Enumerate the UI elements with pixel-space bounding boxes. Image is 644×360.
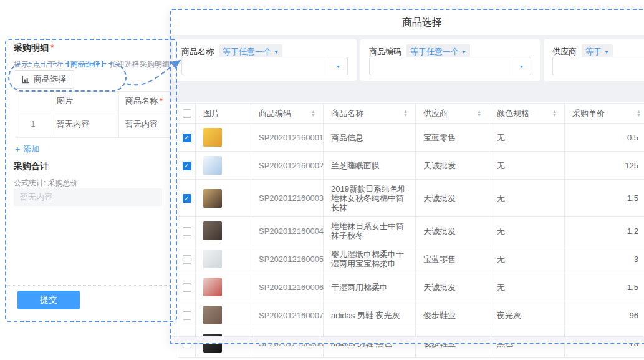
product-name-cell: 干湿两用棉柔巾 — [324, 273, 416, 301]
filter-value-input[interactable] — [552, 57, 644, 75]
filter-value-input[interactable]: ▼ — [369, 57, 531, 75]
product-image-cell — [196, 152, 251, 180]
sort-icon[interactable]: ▲▼ — [477, 110, 481, 117]
color-spec-cell: 无 — [489, 180, 565, 217]
product-image-cell — [196, 273, 251, 301]
modal-title: 商品选择 — [170, 16, 644, 29]
row-checkbox[interactable] — [183, 311, 191, 320]
column-header-label: 图片 — [203, 108, 219, 119]
filter-condition-text: 等于任意一个 — [223, 46, 271, 57]
product-image-cell — [196, 180, 251, 217]
bar-chart-icon — [22, 75, 30, 84]
column-header-spec: 颜色规格▲▼ — [489, 104, 565, 124]
product-code-cell: SP202012160001 — [251, 124, 324, 152]
row-checkbox[interactable] — [183, 255, 191, 264]
product-image — [203, 278, 222, 296]
sort-icon[interactable]: ▲▼ — [637, 110, 641, 117]
unit-price-cell: 1.5 — [565, 273, 644, 301]
row-checkbox[interactable]: ✓ — [183, 134, 191, 142]
supplier-cell: 宝蓝零售 — [416, 124, 489, 152]
input-dropdown-button[interactable]: ▼ — [329, 57, 347, 75]
row-select-cell: ✓ — [178, 180, 196, 217]
filter-label: 商品名称 — [181, 46, 214, 57]
plus-icon: + — [15, 145, 20, 153]
column-header-label: 供应商 — [423, 108, 448, 119]
sort-icon[interactable]: ▲▼ — [552, 110, 557, 117]
filter-card-supplier: 供应商 等于 ▼ — [544, 39, 644, 81]
add-row-button[interactable]: + 添加 — [15, 144, 39, 155]
column-header-name: 商品名称* — [119, 92, 176, 110]
column-header-label: 采购单价 — [572, 108, 605, 119]
row-checkbox[interactable]: ✓ — [183, 194, 191, 203]
product-select-button[interactable]: 商品选择 — [14, 70, 74, 89]
product-name-cell: 兰芝睡眠面膜 — [324, 152, 416, 180]
sort-desc-icon: ▼ — [403, 114, 408, 117]
row-index-cell: 1 — [16, 110, 50, 138]
unit-price-cell: 0.5 — [565, 124, 644, 152]
supplier-cell: 天诚批发 — [416, 273, 489, 301]
purchase-total-title: 采购合计 — [14, 161, 49, 172]
filter-card-product-code: 商品编码 等于任意一个 ▼ ▼ — [360, 39, 540, 81]
unit-price-cell: 1.5 — [565, 180, 644, 217]
caret-down-icon: ▼ — [519, 64, 524, 69]
product-name-cell: 2019新款日系纯色堆堆袜女秋冬纯棉中筒长袜 — [324, 180, 416, 217]
page: 采购明细* 提示: 点击下方【商品选择】 按钮选择采购明细商品 商品选择 图片 … — [0, 0, 644, 360]
sort-desc-icon: ▼ — [477, 114, 481, 117]
purchase-items-table: 图片 商品名称* 1 暂无内容 暂无内容 — [16, 91, 176, 138]
column-header-label: 颜色规格 — [497, 108, 529, 119]
unit-price-cell: 3 — [565, 245, 644, 273]
product-code-cell: SP202012160005 — [251, 245, 324, 273]
product-code-cell: SP202012160003 — [251, 180, 324, 217]
unit-price-cell: 125 — [565, 152, 644, 180]
product-image — [203, 306, 222, 324]
product-row: ✓SP202012160001商品信息宝蓝零售无0.5 — [178, 124, 644, 152]
color-spec-cell: 无 — [489, 245, 565, 273]
supplier-cell: 天诚批发 — [416, 180, 489, 217]
sort-icon[interactable]: ▲▼ — [403, 110, 408, 117]
submit-button[interactable]: 提交 — [17, 291, 80, 309]
select-all-checkbox[interactable] — [183, 109, 191, 118]
product-row: SP202012160005婴儿湿纸巾棉柔巾干湿两用宝宝棉柔巾宝蓝零售无3 — [178, 245, 644, 273]
supplier-cell: 宝蓝零售 — [416, 245, 489, 273]
unit-price-cell: 1.2 — [565, 217, 644, 245]
color-spec-cell: 无 — [489, 273, 565, 301]
row-select-cell — [178, 301, 196, 329]
row-select-cell — [178, 217, 196, 245]
color-spec-cell: 无 — [489, 152, 565, 180]
product-image — [203, 250, 222, 268]
input-dropdown-button[interactable]: ▼ — [512, 57, 531, 75]
row-name-cell: 暂无内容 — [119, 110, 176, 138]
row-select-cell: ✓ — [178, 152, 196, 180]
sort-icon[interactable]: ▲▼ — [311, 110, 315, 117]
row-checkbox[interactable] — [183, 227, 191, 236]
filter-label: 供应商 — [552, 46, 577, 57]
products-table: 图片商品编码▲▼商品名称▲▼供应商▲▼颜色规格▲▼采购单价▲▼ ✓SP20201… — [178, 103, 644, 358]
row-checkbox[interactable] — [183, 283, 191, 292]
filter-label: 商品编码 — [369, 46, 401, 57]
required-asterisk: * — [160, 96, 163, 105]
caret-down-icon: ▼ — [274, 49, 279, 54]
product-select-modal: 商品选择 商品名称 等于任意一个 ▼ ▼ 商品编码 — [170, 9, 644, 344]
panel-tip: 提示: 点击下方【商品选择】 按钮选择采购明细商品 — [14, 59, 173, 70]
filter-condition-text: 等于任意一个 — [410, 46, 459, 57]
product-image — [203, 189, 222, 208]
column-header-code: 商品编码▲▼ — [251, 104, 324, 124]
product-name-cell: 商品信息 — [324, 124, 416, 152]
product-name-cell: 婴儿湿纸巾棉柔巾干湿两用宝宝棉柔巾 — [324, 245, 416, 273]
column-header-index — [16, 92, 50, 110]
row-checkbox[interactable]: ✓ — [183, 162, 191, 170]
supplier-cell: 天诚批发 — [416, 217, 489, 245]
column-header-image: 图片 — [50, 92, 119, 110]
modal-footer — [170, 336, 644, 344]
product-code-cell: SP202012160006 — [251, 273, 324, 301]
filter-value-input[interactable]: ▼ — [181, 57, 348, 75]
tip-product-select-ref: 【商品选择】 — [63, 60, 108, 69]
row-select-cell: ✓ — [178, 124, 196, 152]
product-row: ✓SP202012160002兰芝睡眠面膜天诚批发无125 — [178, 152, 644, 180]
filter-card-product-name: 商品名称 等于任意一个 ▼ ▼ — [173, 39, 357, 81]
supplier-cell: 天诚批发 — [416, 152, 489, 180]
panel-title-text: 采购明细 — [14, 42, 49, 52]
caret-down-icon: ▼ — [604, 49, 609, 54]
product-image-cell — [196, 124, 251, 152]
product-code-cell: SP202012160004 — [251, 217, 324, 245]
